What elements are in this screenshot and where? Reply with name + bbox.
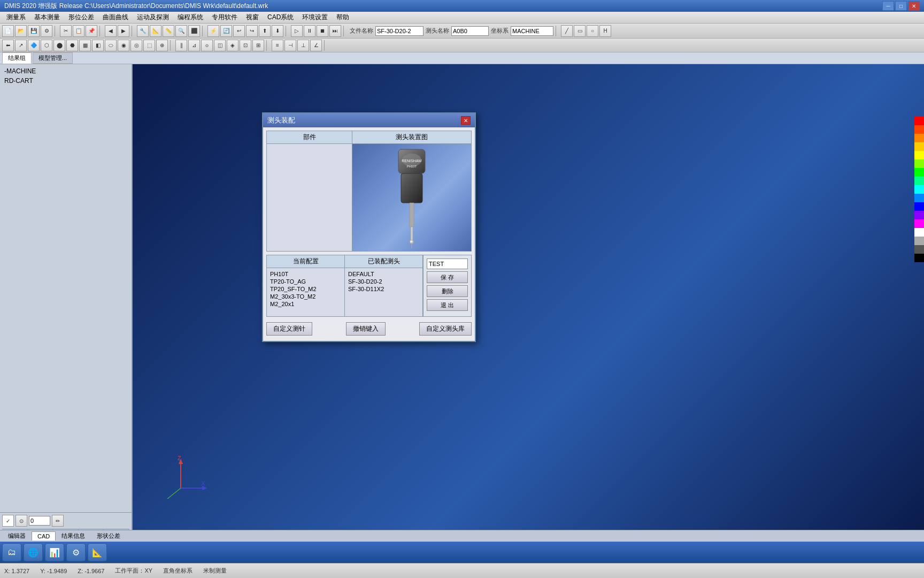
tb-line[interactable]: ╱: [561, 25, 573, 37]
tb-btn17[interactable]: ↩: [233, 25, 245, 37]
tb2-btn2[interactable]: ↗: [15, 40, 27, 51]
taskbar-btn-2[interactable]: 🌐: [24, 543, 43, 561]
config-item-2[interactable]: TP20_SF-TO_M2: [269, 285, 342, 293]
swatch-dark-gray[interactable]: [914, 245, 924, 254]
taskbar-btn-1[interactable]: 🗂: [2, 543, 21, 561]
tb-btn13[interactable]: 🔍: [175, 25, 187, 37]
config-item-3[interactable]: M2_30x3-TO_M2: [269, 293, 342, 300]
config-item-0[interactable]: PH10T: [269, 270, 342, 278]
tb2-btn24[interactable]: ∠: [310, 40, 322, 51]
menu-programming[interactable]: 编程系统: [173, 12, 207, 23]
tab-model[interactable]: 模型管理...: [33, 52, 73, 64]
test-name-input[interactable]: [427, 258, 468, 269]
swatch-orange-red[interactable]: [914, 125, 924, 134]
tb-btn20[interactable]: ⬇: [272, 25, 283, 37]
tb2-btn8[interactable]: ◧: [92, 40, 104, 51]
current-config-content[interactable]: PH10T TP20-TO_AG TP20_SF-TO_M2 M2_30x3-T…: [267, 268, 344, 316]
menu-basic-measure[interactable]: 基本测量: [30, 12, 64, 23]
taskbar-btn-3[interactable]: 📊: [45, 543, 64, 561]
tb2-btn7[interactable]: ▦: [79, 40, 91, 51]
tb2-btn11[interactable]: ◎: [130, 40, 142, 51]
config-item-4[interactable]: M2_20x1: [269, 300, 342, 308]
value-input[interactable]: [29, 516, 50, 526]
tb-btn5[interactable]: ✂: [60, 25, 72, 37]
new-btn[interactable]: 📄: [2, 25, 14, 37]
swatch-light-gray[interactable]: [914, 237, 924, 245]
tb-btn14[interactable]: ⬛: [188, 25, 200, 37]
tb-rect[interactable]: ▭: [574, 25, 586, 37]
swatch-spring[interactable]: [914, 177, 924, 185]
tb2-btn14[interactable]: ∥: [175, 40, 187, 51]
swatch-black[interactable]: [914, 254, 924, 262]
tb-btn11[interactable]: 📐: [150, 25, 161, 37]
swatch-lime[interactable]: [914, 159, 924, 168]
tb-btn18[interactable]: ↪: [246, 25, 258, 37]
swatch-white[interactable]: [914, 228, 924, 237]
tb2-btn16[interactable]: ⌾: [201, 40, 213, 51]
open-btn[interactable]: 📂: [15, 25, 27, 37]
check-btn[interactable]: ✓: [2, 515, 14, 527]
swatch-red[interactable]: [914, 117, 924, 125]
tb-btn19[interactable]: ⬆: [259, 25, 271, 37]
cancel-insert-button[interactable]: 撤销键入: [346, 322, 386, 336]
tb-btn22[interactable]: ⏸: [304, 25, 315, 37]
maximize-button[interactable]: □: [895, 1, 907, 11]
tb-h[interactable]: H: [599, 25, 611, 37]
tb2-btn9[interactable]: ⬭: [105, 40, 117, 51]
tab-shape-tol[interactable]: 形状公差: [91, 530, 126, 542]
menu-special[interactable]: 专用软件: [207, 12, 242, 23]
menu-help[interactable]: 帮助: [332, 12, 353, 23]
tb2-btn10[interactable]: ◉: [118, 40, 129, 51]
tb2-btn18[interactable]: ◈: [227, 40, 238, 51]
minimize-button[interactable]: ─: [882, 1, 894, 11]
menu-surface[interactable]: 曲面曲线: [98, 12, 133, 23]
taskbar-btn-5[interactable]: 📐: [88, 543, 107, 561]
tb2-btn22[interactable]: ⊣: [284, 40, 296, 51]
swatch-cyan[interactable]: [914, 185, 924, 194]
tb-btn7[interactable]: 📌: [86, 25, 97, 37]
swatch-magenta[interactable]: [914, 219, 924, 228]
tb-circle[interactable]: ○: [587, 25, 598, 37]
swatch-gold[interactable]: [914, 142, 924, 151]
tb2-btn23[interactable]: ⊥: [297, 40, 309, 51]
swatch-azure[interactable]: [914, 194, 924, 202]
tab-editor[interactable]: 编辑器: [2, 530, 32, 542]
tb2-btn20[interactable]: ⊞: [252, 40, 264, 51]
tb-btn6[interactable]: 📋: [73, 25, 84, 37]
tb-btn12[interactable]: 📏: [163, 25, 174, 37]
installed-item-0[interactable]: DEFAULT: [347, 270, 420, 278]
installed-item-1[interactable]: SF-30-D20-2: [347, 278, 420, 285]
tb-btn4[interactable]: ⚙: [41, 25, 52, 37]
tb2-btn12[interactable]: ⬚: [143, 40, 155, 51]
coord-input[interactable]: [511, 26, 553, 36]
custom-library-button[interactable]: 自定义测头库: [419, 322, 472, 336]
menu-view[interactable]: 视窗: [242, 12, 263, 23]
menu-tolerance[interactable]: 形位公差: [64, 12, 98, 23]
tb-btn16[interactable]: 🔄: [220, 25, 232, 37]
tb2-btn17[interactable]: ◫: [214, 40, 226, 51]
save-btn[interactable]: 💾: [28, 25, 40, 37]
tb2-btn13[interactable]: ⊕: [156, 40, 168, 51]
tb2-btn3[interactable]: 🔷: [28, 40, 40, 51]
exit-button[interactable]: 退 出: [427, 299, 468, 311]
close-button[interactable]: ✕: [908, 1, 920, 11]
tb2-btn15[interactable]: ⊿: [188, 40, 200, 51]
dialog-close-button[interactable]: ✕: [461, 116, 471, 125]
tb-btn24[interactable]: ⏭: [329, 25, 341, 37]
tab-results[interactable]: 结果组: [2, 52, 32, 64]
parts-content[interactable]: [267, 144, 352, 251]
swatch-blue[interactable]: [914, 202, 924, 211]
tb-btn8[interactable]: ◀: [105, 25, 117, 37]
taskbar-btn-4[interactable]: ⚙: [66, 543, 86, 561]
tb-btn23[interactable]: ⏹: [317, 25, 328, 37]
installed-item-2[interactable]: SF-30-D11X2: [347, 285, 420, 293]
installed-content[interactable]: DEFAULT SF-30-D20-2 SF-30-D11X2: [345, 268, 422, 316]
tab-results-info[interactable]: 结果信息: [56, 530, 91, 542]
tb2-btn19[interactable]: ⊡: [240, 40, 251, 51]
swatch-violet[interactable]: [914, 211, 924, 219]
tree-item-machine[interactable]: -MACHINE: [2, 66, 129, 76]
menu-cad[interactable]: CAD系统: [263, 12, 298, 23]
menu-measure[interactable]: 测量系: [2, 12, 30, 23]
tb-btn10[interactable]: 🔧: [137, 25, 149, 37]
menu-env[interactable]: 环境设置: [298, 12, 332, 23]
